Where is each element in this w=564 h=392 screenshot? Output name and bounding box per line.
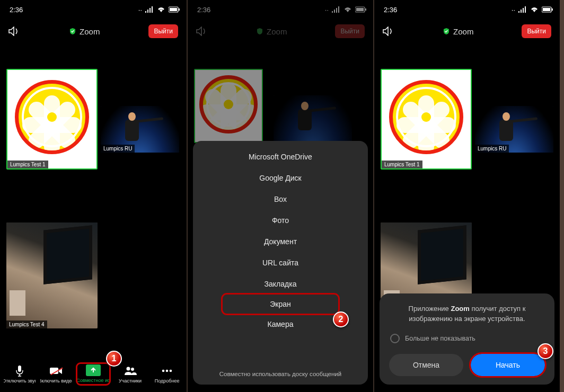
meeting-top-bar: Zoom Выйти (374, 19, 560, 43)
phone-screen-3: 2:36 ·· Zoom Выйти Lumpics Test 1 Lumpic… (373, 0, 560, 392)
speaker-icon[interactable] (8, 26, 20, 36)
remote-video-tile[interactable]: Lumpics RU (475, 106, 553, 153)
status-bar: 2:36 ·· (374, 0, 560, 19)
share-screen-icon (86, 364, 101, 377)
wifi-icon (157, 6, 165, 13)
tile-label: Lumpics RU (101, 145, 135, 153)
status-dots-icon: ·· (325, 6, 329, 14)
participants-button[interactable]: Участники (114, 364, 146, 384)
svg-rect-14 (543, 8, 550, 11)
tile-label: Lumpics RU (475, 145, 509, 153)
share-whiteboard-option[interactable]: Совместно использовать доску сообщений (193, 362, 368, 379)
remote-video-tile[interactable]: Lumpics RU (101, 106, 179, 153)
more-icon (160, 364, 174, 377)
status-time: 2:36 (384, 6, 397, 14)
leave-button[interactable]: Выйти (148, 24, 178, 38)
more-button[interactable]: Подробнее (151, 364, 183, 384)
share-option-gdrive[interactable]: Google Диск (193, 167, 368, 189)
svg-rect-3 (18, 366, 21, 372)
checkbox-label: Больше не показывать (405, 335, 475, 342)
checkbox-icon (390, 334, 400, 343)
self-video-tile[interactable]: Lumpics Test 1 (6, 69, 98, 170)
svg-point-8 (166, 370, 169, 372)
meeting-title: Zoom (453, 27, 473, 36)
svg-rect-15 (552, 8, 553, 11)
signal-icon (145, 6, 154, 13)
avatar-lemon-icon (15, 80, 89, 154)
battery-icon (542, 6, 550, 13)
video-off-icon (49, 364, 64, 377)
mute-label: Отключить звук (4, 378, 36, 384)
wifi-icon (343, 6, 352, 13)
speaker-icon[interactable] (383, 26, 394, 36)
shield-icon (256, 28, 263, 35)
cancel-button[interactable]: Отмена (389, 354, 463, 376)
svg-rect-12 (365, 8, 366, 11)
share-button[interactable]: Совместное ис (77, 364, 109, 384)
mic-icon (12, 364, 27, 377)
dont-show-again-checkbox[interactable]: Больше не показывать (390, 334, 545, 343)
svg-rect-1 (170, 8, 177, 11)
remote-person (116, 110, 147, 148)
meeting-bottom-bar: Отключить звук Включить видео Совместное… (0, 359, 187, 389)
step-badge-2: 2 (333, 311, 349, 327)
video-grid: Lumpics Test 1 Lumpics RU Lumpics Test 4 (6, 64, 180, 350)
battery-icon (355, 6, 364, 13)
self-video-tile[interactable]: Lumpics Test 1 (381, 69, 472, 170)
meeting-title: Zoom (80, 27, 100, 36)
share-option-document[interactable]: Документ (193, 231, 368, 252)
self-video-tile (194, 69, 263, 143)
screen-share-confirm-dialog: Приложение Zoom получит доступ к изображ… (380, 293, 554, 385)
tile-label: Lumpics Test 1 (382, 161, 422, 168)
status-time: 2:36 (10, 6, 23, 14)
signal-icon (518, 6, 527, 13)
remote-video-tile (274, 95, 352, 142)
svg-point-9 (170, 370, 172, 372)
status-time: 2:36 (197, 6, 210, 14)
room-video-bg (6, 222, 98, 328)
phone-screen-2: 2:36 ·· Zoom Выйти Micros (187, 0, 373, 392)
camera-video-tile[interactable]: Lumpics Test 4 (6, 222, 98, 328)
tile-label: Lumpics Test 4 (6, 320, 47, 328)
participants-icon (123, 364, 138, 377)
video-button[interactable]: Включить видео (40, 364, 72, 384)
svg-point-7 (162, 370, 165, 372)
phone-screen-1: 2:36 ·· Zoom Выйти Lumpics Test 1 Lumpic… (0, 0, 187, 392)
dialog-message: Приложение Zoom получит доступ к изображ… (389, 304, 545, 324)
share-option-box[interactable]: Box (193, 189, 368, 210)
svg-rect-4 (50, 368, 58, 374)
avatar-lemon-icon (389, 80, 463, 154)
share-option-photo[interactable]: Фото (193, 210, 368, 231)
svg-rect-2 (179, 8, 180, 11)
share-option-onedrive[interactable]: Microsoft OneDrive (193, 146, 368, 167)
leave-button: Выйти (335, 24, 365, 38)
participants-label: Участники (119, 378, 142, 384)
meeting-title: Zoom (267, 27, 287, 36)
share-option-url[interactable]: URL сайта (193, 252, 368, 273)
step-badge-3: 3 (537, 343, 553, 359)
share-label: Совместное ис (77, 378, 109, 383)
more-label: Подробнее (155, 378, 180, 384)
share-option-screen[interactable]: Экран (223, 295, 338, 314)
svg-point-5 (126, 367, 130, 371)
signal-icon (332, 6, 340, 13)
shield-icon (443, 28, 450, 35)
shield-icon (69, 28, 76, 35)
step-badge-1: 1 (106, 351, 122, 367)
meeting-top-bar: Zoom Выйти (0, 19, 187, 43)
status-bar: 2:36 ·· (188, 0, 373, 19)
video-label: Включить видео (40, 378, 72, 384)
start-button[interactable]: Начать (471, 354, 545, 376)
status-bar: 2:36 ·· (0, 0, 187, 19)
svg-point-6 (131, 368, 134, 371)
meeting-top-bar: Zoom Выйти (188, 19, 373, 43)
avatar-lemon-icon (199, 75, 258, 133)
battery-icon (169, 6, 177, 13)
status-dots-icon: ·· (512, 6, 515, 14)
status-dots-icon: ·· (138, 6, 142, 14)
wifi-icon (530, 6, 539, 13)
mute-button[interactable]: Отключить звук (4, 364, 36, 384)
svg-rect-11 (356, 8, 364, 11)
share-option-bookmark[interactable]: Закладка (193, 273, 368, 295)
leave-button[interactable]: Выйти (522, 24, 551, 38)
